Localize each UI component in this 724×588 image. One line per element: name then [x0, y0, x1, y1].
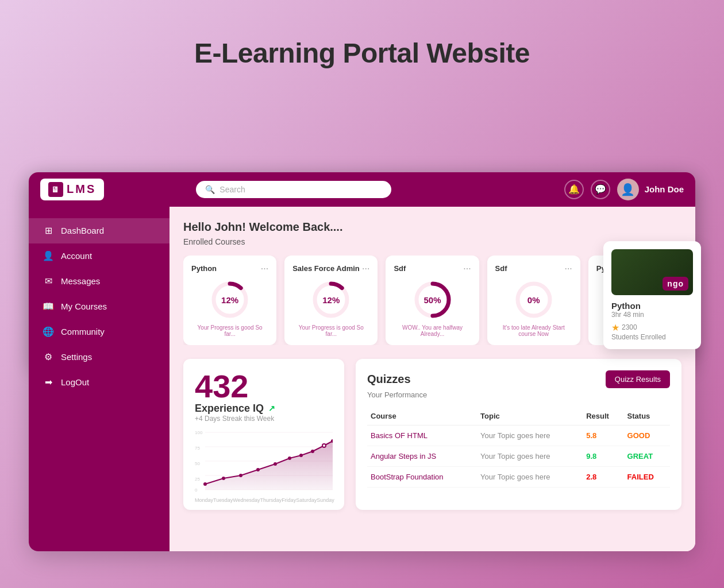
quizz-results-button[interactable]: Quizz Results: [606, 370, 670, 388]
chat-icon[interactable]: 💬: [591, 180, 610, 199]
course-card-1[interactable]: Python ··· 12% Your Progress is good: [183, 256, 276, 345]
students-label: Students Enrolled: [611, 333, 693, 341]
quiz-result-2: 9.8: [583, 446, 623, 466]
sidebar: ⊞ DashBoard 👤 Account ✉ Messages 📖 My Co…: [29, 207, 170, 551]
svg-point-23: [256, 468, 260, 471]
svg-text:0: 0: [195, 488, 198, 493]
quiz-row-1: Basics OF HTML Your Topic goes here 5.8 …: [367, 425, 670, 446]
quiz-result-1: 5.8: [583, 425, 623, 446]
exp-trend-icon: ↗: [268, 404, 275, 413]
header-user: 👤 John Doe: [617, 179, 684, 200]
chart-labels: Monday Tuesday Wednesday Thursday Friday…: [195, 497, 333, 503]
welcome-text: Hello John! Welcome Back....: [183, 220, 681, 234]
front-logo: 🖥 LMS: [40, 179, 104, 200]
experience-chart: 100 75 50 25 0: [195, 430, 333, 493]
page-title: E-Learning Portal Website: [29, 37, 695, 69]
svg-text:25: 25: [195, 477, 200, 482]
chart-area: 100 75 50 25 0: [195, 430, 333, 498]
front-window: 🖥 LMS 🔍 Search 🔔 💬 👤 John Doe: [29, 172, 695, 551]
quiz-status-3: FAILED: [624, 466, 670, 487]
sidebar-item-messages[interactable]: ✉ Messages: [29, 269, 170, 294]
chart-label-tue: Tuesday: [213, 497, 233, 503]
sidebar-dashboard-label: DashBoard: [61, 226, 104, 235]
svg-point-22: [239, 474, 242, 477]
page-wrapper: E-Learning Portal Website 🖥 LMS 🔍 Search…: [17, 14, 707, 574]
svg-point-24: [274, 462, 277, 466]
course-name-4: Sdf: [495, 264, 507, 273]
progress-text-3: 50%: [423, 295, 441, 304]
course-dots-4[interactable]: ···: [564, 264, 572, 274]
course-msg-1: Your Progress is good So far...: [191, 324, 268, 337]
quiz-topic-2: Your Topic goes here: [477, 446, 583, 466]
col-course: Course: [367, 407, 477, 425]
sidebar-account-label: Account: [61, 251, 92, 261]
front-header: 🖥 LMS 🔍 Search 🔔 💬 👤 John Doe: [29, 172, 695, 207]
front-brand: LMS: [67, 183, 96, 196]
python-float-card: ngo Python 3hr 48 min ★ 2300 Students En…: [603, 241, 701, 349]
quizzes-header: Quizzes Quizz Results: [367, 370, 670, 388]
experience-card: 432 Experience IQ ↗ +4 Days Streak this …: [183, 359, 344, 510]
quiz-course-3: BootStrap Foundation: [367, 466, 477, 487]
front-search-placeholder: Search: [219, 185, 245, 194]
course-dots-3[interactable]: ···: [463, 264, 471, 274]
course-name-1: Python: [191, 264, 217, 273]
quiz-table: Course Topic Result Status Basics OF HTM…: [367, 407, 670, 488]
sidebar-logout-icon: ➡: [43, 377, 54, 388]
sidebar-settings-icon: ⚙: [43, 351, 54, 363]
course-card-3[interactable]: Sdf ··· 50% WOW.. You are halfway Alr: [386, 256, 479, 345]
svg-text:100: 100: [195, 430, 203, 435]
sidebar-item-dashboard[interactable]: ⊞ DashBoard: [29, 218, 170, 243]
quiz-table-header: Course Topic Result Status: [367, 407, 670, 425]
python-card-title: Python: [611, 301, 693, 311]
chart-label-mon: Monday: [195, 497, 213, 503]
svg-point-27: [311, 450, 314, 453]
course-dots-2[interactable]: ···: [362, 264, 369, 274]
python-card-thumb: ngo: [611, 249, 693, 295]
svg-point-28: [322, 444, 326, 447]
course-name-3: Sdf: [394, 264, 406, 273]
sidebar-community-icon: 🌐: [43, 326, 54, 338]
sidebar-messages-icon: ✉: [43, 276, 54, 287]
chart-label-sun: Sunday: [317, 497, 334, 503]
browser-container: 🖥 LMS 🔍 Search 🔔 💬 👤 John Doe: [29, 172, 695, 551]
quiz-course-link-1[interactable]: Basics OF HTML: [371, 431, 428, 440]
sidebar-mycourses-label: My Courses: [61, 301, 107, 311]
stars-row: ★ 2300: [611, 322, 693, 333]
students-count: 2300: [622, 323, 637, 331]
python-card-duration: 3hr 48 min: [611, 311, 693, 319]
quiz-course-1: Basics OF HTML: [367, 425, 477, 446]
quiz-result-3: 2.8: [583, 466, 623, 487]
sidebar-item-mycourses[interactable]: 📖 My Courses: [29, 294, 170, 319]
quiz-course-2: Angular Steps in JS: [367, 446, 477, 466]
sidebar-item-settings[interactable]: ⚙ Settings: [29, 345, 170, 370]
sidebar-item-community[interactable]: 🌐 Community: [29, 319, 170, 345]
quiz-topic-3: Your Topic goes here: [477, 466, 583, 487]
course-dots-1[interactable]: ···: [261, 264, 268, 274]
main-layout: ⊞ DashBoard 👤 Account ✉ Messages 📖 My Co…: [29, 207, 695, 551]
course-name-2: Sales Force Admin: [292, 264, 360, 273]
progress-text-1: 12%: [221, 295, 238, 304]
course-card-2[interactable]: Sales Force Admin ··· 12% Your Progre: [284, 256, 378, 345]
front-search-bar[interactable]: 🔍 Search: [196, 181, 391, 198]
quizzes-card: Quizzes Quizz Results Your Performance C…: [356, 359, 681, 510]
progress-text-4: 0%: [527, 295, 540, 304]
col-status: Status: [624, 407, 670, 425]
chart-label-fri: Friday: [282, 497, 296, 503]
quiz-course-link-2[interactable]: Angular Steps in JS: [371, 452, 436, 461]
svg-point-20: [203, 482, 207, 486]
progress-text-2: 12%: [322, 295, 340, 304]
sidebar-item-logout[interactable]: ➡ LogOut: [29, 370, 170, 395]
bell-icon[interactable]: 🔔: [564, 180, 584, 199]
quiz-course-link-3[interactable]: BootStrap Foundation: [371, 473, 443, 481]
header-username: John Doe: [645, 184, 684, 194]
quizzes-subtitle: Your Performance: [367, 390, 670, 399]
chart-label-wed: Wednesday: [233, 497, 260, 503]
sidebar-item-account[interactable]: 👤 Account: [29, 243, 170, 269]
course-card-4[interactable]: Sdf ··· 0% It's too late Already Star: [487, 256, 580, 345]
quiz-status-2: GREAT: [624, 446, 670, 466]
exp-streak: +4 Days Streak this Week: [195, 415, 333, 423]
sidebar-account-icon: 👤: [43, 250, 54, 262]
svg-text:50: 50: [195, 461, 200, 466]
chart-label-sat: Saturday: [296, 497, 317, 503]
exp-number: 432: [195, 370, 333, 403]
